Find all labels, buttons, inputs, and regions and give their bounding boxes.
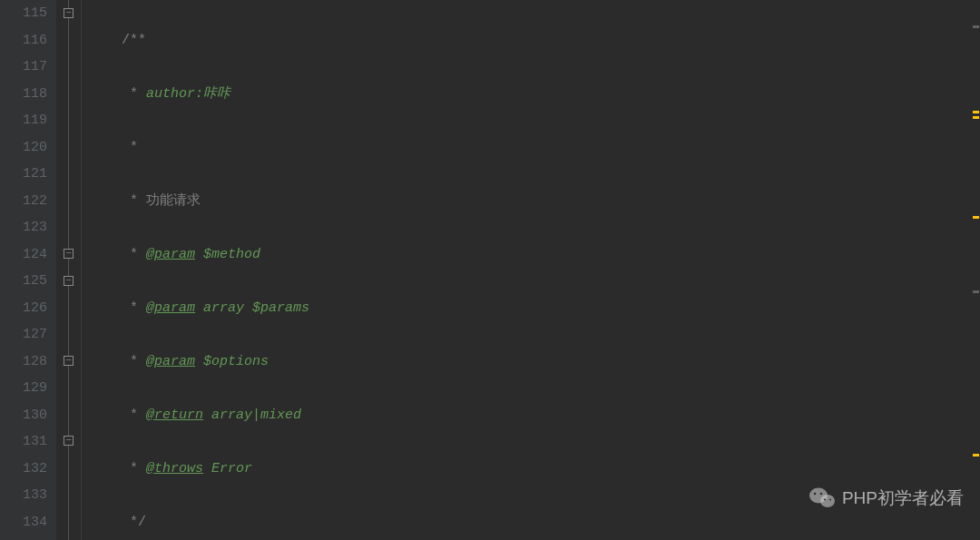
- line-number: 123: [0, 214, 47, 241]
- line-number: 128: [0, 349, 47, 376]
- line-number: 119: [0, 107, 47, 134]
- line-number: 127: [0, 321, 47, 349]
- code-line: * 功能请求: [89, 188, 980, 215]
- code-content[interactable]: /** * author:咔咔 * * 功能请求 * @param $metho…: [82, 0, 980, 540]
- code-line: *: [89, 134, 980, 162]
- fold-toggle-icon[interactable]: [64, 8, 74, 18]
- code-line: * author:咔咔: [89, 81, 980, 108]
- doc-text: author:咔咔: [146, 86, 230, 102]
- marker-icon[interactable]: [973, 290, 979, 293]
- doc-comment: *: [122, 407, 146, 423]
- line-number: 121: [0, 161, 47, 188]
- doc-rest: array $params: [195, 300, 309, 316]
- doc-comment-end: */: [122, 515, 146, 530]
- fold-toggle-icon[interactable]: [64, 249, 74, 259]
- fold-toggle-icon[interactable]: [64, 356, 74, 366]
- code-line: /**: [89, 27, 980, 54]
- marker-icon[interactable]: [973, 216, 979, 219]
- line-number: 134: [0, 509, 47, 536]
- fold-guide-line: [68, 0, 69, 540]
- line-number: 125: [0, 268, 47, 295]
- line-number: 122: [0, 188, 47, 215]
- line-number: 120: [0, 134, 47, 162]
- code-line: * @param $options: [89, 349, 980, 376]
- line-number-gutter[interactable]: 115 116 117 118 119 120 121 122 123 124 …: [0, 0, 56, 540]
- line-number: 116: [0, 27, 47, 54]
- line-number: 115: [0, 0, 47, 27]
- doc-comment: *: [122, 193, 146, 209]
- line-number: 133: [0, 482, 47, 509]
- line-number: 131: [0, 428, 47, 456]
- doc-var: $options: [195, 354, 269, 369]
- line-number: 124: [0, 241, 47, 269]
- code-line: * @return array|mixed: [89, 402, 980, 429]
- doc-tag: @param: [146, 247, 195, 262]
- marker-icon[interactable]: [973, 111, 979, 113]
- doc-rest: array|mixed: [203, 407, 301, 423]
- doc-comment: *: [122, 86, 146, 102]
- code-line: * @param array $params: [89, 295, 980, 322]
- marker-icon[interactable]: [973, 116, 979, 119]
- line-number: 118: [0, 81, 47, 108]
- doc-var: $method: [195, 247, 260, 262]
- code-line: * @throws Error: [89, 456, 980, 483]
- marker-icon[interactable]: [973, 25, 979, 28]
- line-number: 132: [0, 456, 47, 483]
- marker-icon[interactable]: [973, 454, 979, 457]
- fold-column: [56, 0, 82, 540]
- code-line: * @param $method: [89, 241, 980, 269]
- doc-tag: @return: [146, 407, 203, 423]
- doc-rest: Error: [203, 461, 252, 476]
- doc-comment: *: [122, 354, 146, 369]
- doc-comment: *: [122, 247, 146, 262]
- doc-comment: *: [122, 461, 146, 476]
- fold-toggle-icon[interactable]: [64, 276, 74, 286]
- code-editor: 115 116 117 118 119 120 121 122 123 124 …: [0, 0, 980, 540]
- error-stripe[interactable]: [971, 0, 980, 540]
- doc-comment: *: [122, 300, 146, 316]
- line-number: 129: [0, 375, 47, 402]
- doc-comment: *: [122, 140, 138, 155]
- line-number: 130: [0, 402, 47, 429]
- doc-text: 功能请求: [146, 193, 201, 209]
- line-number: 117: [0, 54, 47, 81]
- fold-toggle-icon[interactable]: [64, 436, 74, 446]
- doc-tag: @throws: [146, 461, 203, 476]
- doc-tag: @param: [146, 300, 195, 316]
- code-line: */: [89, 509, 980, 536]
- doc-tag: @param: [146, 354, 195, 369]
- line-number: 126: [0, 295, 47, 322]
- doc-comment-start: /**: [122, 33, 146, 48]
